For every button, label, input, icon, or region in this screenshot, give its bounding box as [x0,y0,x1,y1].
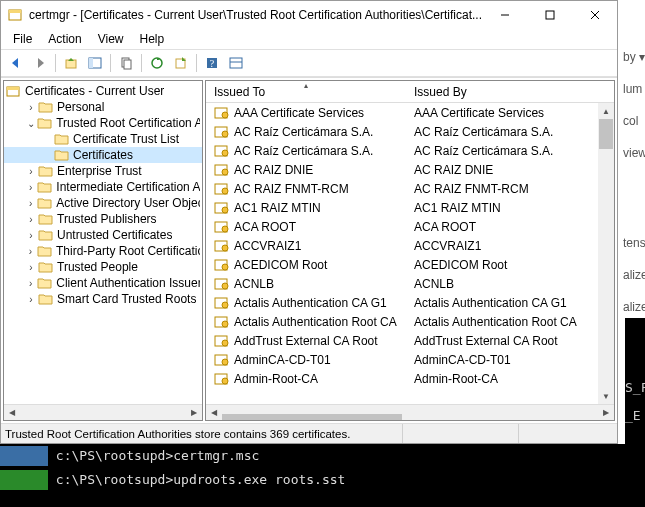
tree-node[interactable]: Certificates [4,147,202,163]
folder-icon [38,260,54,274]
certificate-icon [214,163,230,177]
expand-icon[interactable]: › [24,230,38,241]
console-tab-icon[interactable] [0,446,48,466]
vertical-scrollbar[interactable]: ▲ ▼ [598,103,614,404]
cell-issued-by: Admin-Root-CA [406,372,614,386]
svg-point-44 [222,340,228,346]
scroll-right-icon[interactable]: ▶ [598,406,614,420]
certificate-row[interactable]: AC Raíz Certicámara S.A.AC Raíz Certicám… [206,141,614,160]
cell-issued-to: ACA ROOT [206,220,406,234]
expand-icon[interactable]: › [24,102,38,113]
tree-node[interactable]: ›Third-Party Root Certification [4,243,202,259]
scroll-right-icon[interactable]: ▶ [186,406,202,420]
menu-help[interactable]: Help [132,30,173,48]
svg-point-36 [222,264,228,270]
certificate-row[interactable]: AC RAIZ DNIEAC RAIZ DNIE [206,160,614,179]
expand-icon[interactable]: › [24,262,38,273]
refresh-button[interactable] [146,52,168,74]
show-hide-tree-button[interactable] [84,52,106,74]
powershell-console[interactable]: c:\PS\rootsupd>certmgr.msc c:\PS\rootsup… [0,444,645,507]
certificate-row[interactable]: Actalis Authentication Root CAActalis Au… [206,312,614,331]
tree-node[interactable]: ›Active Directory User Object [4,195,202,211]
certificate-icon [214,125,230,139]
certificate-row[interactable]: Actalis Authentication CA G1Actalis Auth… [206,293,614,312]
expand-icon[interactable]: › [24,246,37,257]
cell-issued-by: ACA ROOT [406,220,614,234]
certificate-icon [214,106,230,120]
tree-node[interactable]: ›Intermediate Certification Au [4,179,202,195]
h-scrollbar-thumb[interactable] [222,414,402,422]
options-button[interactable] [225,52,247,74]
cell-issued-to: AddTrust External CA Root [206,334,406,348]
expand-icon[interactable]: › [24,214,38,225]
tree-node[interactable]: ›Enterprise Trust [4,163,202,179]
list-horizontal-scrollbar[interactable]: ◀ ▶ [206,404,614,420]
cell-issued-by: Actalis Authentication CA G1 [406,296,614,310]
tree-node[interactable]: ›Untrusted Certificates [4,227,202,243]
tree-node[interactable]: ›Smart Card Trusted Roots [4,291,202,307]
cell-issued-by: ACNLB [406,277,614,291]
titlebar[interactable]: certmgr - [Certificates - Current User\T… [1,1,617,29]
menu-file[interactable]: File [5,30,40,48]
column-issued-to[interactable]: Issued To ▴ [206,83,406,101]
cell-issued-to: ACNLB [206,277,406,291]
list-body[interactable]: AAA Certificate ServicesAAA Certificate … [206,103,614,404]
column-issued-by[interactable]: Issued By [406,83,614,101]
certificate-row[interactable]: ACCVRAIZ1ACCVRAIZ1 [206,236,614,255]
certificate-row[interactable]: AC1 RAIZ MTINAC1 RAIZ MTIN [206,198,614,217]
statusbar: Trusted Root Certification Authorities s… [1,423,617,443]
menu-view[interactable]: View [90,30,132,48]
close-button[interactable] [572,1,617,29]
sort-indicator-icon: ▴ [304,81,308,90]
certificate-row[interactable]: Admin-Root-CAAdmin-Root-CA [206,369,614,388]
tree-root[interactable]: Certificates - Current User [4,83,202,99]
scroll-left-icon[interactable]: ◀ [206,406,222,420]
svg-rect-3 [546,11,554,19]
help-button[interactable]: ? [201,52,223,74]
expand-icon[interactable]: › [24,182,37,193]
forward-button[interactable] [29,52,51,74]
back-button[interactable] [5,52,27,74]
folder-icon [54,132,70,146]
tree-node-label: Smart Card Trusted Roots [57,292,196,306]
certificate-row[interactable]: AAA Certificate ServicesAAA Certificate … [206,103,614,122]
maximize-button[interactable] [527,1,572,29]
svg-point-38 [222,283,228,289]
certificate-row[interactable]: AC Raíz Certicámara S.A.AC Raíz Certicám… [206,122,614,141]
cell-issued-to: AC RAIZ DNIE [206,163,406,177]
tree-node[interactable]: ›Personal [4,99,202,115]
scrollbar-thumb[interactable] [599,119,613,149]
expand-icon[interactable]: › [24,166,38,177]
console-command: updroots.exe roots.sst [173,472,345,487]
scroll-down-icon[interactable]: ▼ [598,388,614,404]
tree-node[interactable]: ›Trusted People [4,259,202,275]
certificate-row[interactable]: ACNLBACNLB [206,274,614,293]
menubar: File Action View Help [1,29,617,49]
cell-issued-by: AC Raíz Certicámara S.A. [406,144,614,158]
collapse-icon[interactable]: ⌄ [24,118,37,129]
tree-node[interactable]: Certificate Trust List [4,131,202,147]
expand-icon[interactable]: › [24,198,37,209]
certificate-row[interactable]: ACEDICOM RootACEDICOM Root [206,255,614,274]
menu-action[interactable]: Action [40,30,89,48]
scroll-up-icon[interactable]: ▲ [598,103,614,119]
expand-icon[interactable]: › [24,294,38,305]
certificate-row[interactable]: AdminCA-CD-T01AdminCA-CD-T01 [206,350,614,369]
certificate-icon [214,353,230,367]
certificate-row[interactable]: AC RAIZ FNMT-RCMAC RAIZ FNMT-RCM [206,179,614,198]
scroll-left-icon[interactable]: ◀ [4,406,20,420]
minimize-button[interactable] [482,1,527,29]
tree-horizontal-scrollbar[interactable]: ◀ ▶ [4,404,202,420]
certificates-tree[interactable]: Certificates - Current User ›Personal⌄Tr… [4,81,202,404]
tree-node[interactable]: ⌄Trusted Root Certification Au [4,115,202,131]
up-button[interactable] [60,52,82,74]
console-tab-icon[interactable] [0,470,48,490]
export-button[interactable] [170,52,192,74]
tree-node[interactable]: ›Trusted Publishers [4,211,202,227]
copy-button[interactable] [115,52,137,74]
svg-point-30 [222,207,228,213]
certificate-row[interactable]: ACA ROOTACA ROOT [206,217,614,236]
tree-node[interactable]: ›Client Authentication Issuers [4,275,202,291]
expand-icon[interactable]: › [24,278,37,289]
certificate-row[interactable]: AddTrust External CA RootAddTrust Extern… [206,331,614,350]
